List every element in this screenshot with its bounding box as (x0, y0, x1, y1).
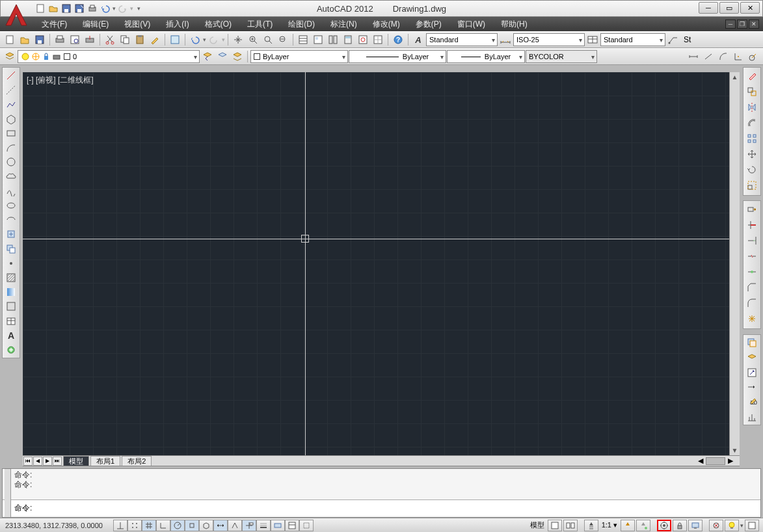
scale-label[interactable]: 1:1 ▾ (600, 521, 619, 529)
annoscale-icon[interactable] (584, 520, 598, 531)
plotstyle-combo[interactable]: BYCOLOR (526, 50, 597, 63)
qat-new-icon[interactable] (34, 3, 46, 14)
cleanscreen-icon[interactable] (745, 520, 759, 531)
mirror-icon[interactable] (745, 100, 759, 114)
drawing-canvas[interactable]: [-] [俯视] [二维线框] ▲ ▼ (23, 72, 740, 455)
ortho-icon[interactable] (156, 520, 170, 531)
stretch-icon[interactable] (745, 202, 759, 217)
maximize-button[interactable]: ▭ (719, 2, 739, 14)
textstyle-icon[interactable]: A (411, 33, 425, 47)
layermgr-icon[interactable] (3, 49, 17, 64)
cut-icon[interactable] (103, 33, 117, 47)
undo-icon[interactable] (188, 33, 202, 47)
lineweight-combo[interactable]: ByLayer (447, 50, 525, 63)
osnap-icon[interactable] (185, 520, 199, 531)
undo-list-icon[interactable]: ▾ (203, 36, 206, 43)
qat-print-icon[interactable] (87, 3, 98, 14)
mdi-close[interactable]: ✕ (749, 20, 759, 29)
annovis-icon[interactable] (621, 520, 635, 531)
bulb-icon[interactable] (725, 520, 739, 531)
dimstyle-combo[interactable]: ISO-25 (513, 33, 585, 46)
region-icon[interactable] (4, 300, 18, 313)
menu-insert[interactable]: 插入(I) (158, 17, 196, 31)
command-window-grip[interactable] (5, 469, 11, 517)
open-icon[interactable] (18, 33, 32, 47)
tablestyle-combo[interactable]: Standard (600, 33, 665, 46)
workspace-switch-icon[interactable] (657, 520, 671, 531)
new-icon[interactable] (3, 33, 17, 47)
menu-draw[interactable]: 绘图(D) (280, 17, 323, 31)
infer-icon[interactable] (113, 520, 127, 531)
addselected-icon[interactable] (4, 343, 18, 356)
print-icon[interactable] (53, 33, 67, 47)
snap-icon[interactable] (127, 520, 142, 531)
circle-icon[interactable] (4, 155, 18, 168)
viewport-label[interactable]: [-] [俯视] [二维线框] (27, 75, 94, 86)
setbylayer-icon[interactable] (745, 351, 759, 365)
vertical-scrollbar[interactable]: ▲ ▼ (729, 72, 740, 455)
layerprev-icon[interactable] (200, 49, 215, 64)
scroll-up-icon[interactable]: ▲ (732, 73, 738, 81)
qat-undo-icon[interactable] (100, 3, 111, 14)
close-button[interactable]: ✕ (740, 2, 760, 14)
command-input[interactable] (34, 503, 756, 512)
annoauto-icon[interactable] (636, 520, 650, 531)
align-icon[interactable] (745, 410, 759, 423)
move-icon[interactable] (745, 147, 759, 161)
qp-icon[interactable] (285, 520, 299, 531)
chamfer-icon[interactable] (745, 280, 759, 295)
matchprop-icon[interactable] (148, 33, 162, 47)
otrack-icon[interactable] (213, 520, 228, 531)
polygon-icon[interactable] (4, 113, 18, 126)
quickview-icon[interactable] (563, 520, 578, 531)
model-space-label[interactable]: 模型 (528, 520, 546, 530)
table-icon[interactable] (4, 314, 18, 327)
markup-icon[interactable] (356, 33, 370, 47)
line-icon[interactable] (4, 69, 18, 82)
menu-edit[interactable]: 编辑(E) (75, 17, 116, 31)
fillet-icon[interactable] (745, 296, 759, 310)
tab-layout2[interactable]: 布局2 (122, 456, 152, 466)
hscroll-thumb[interactable] (706, 457, 725, 465)
extend-icon[interactable] (745, 233, 759, 248)
grid-icon[interactable] (142, 520, 156, 531)
sc-icon[interactable] (299, 520, 314, 531)
mleaderstyle-icon[interactable] (666, 33, 680, 47)
linetype-combo[interactable]: ByLayer (349, 50, 446, 63)
menu-parametric[interactable]: 参数(P) (408, 17, 449, 31)
copy2-icon[interactable] (745, 85, 759, 99)
menu-view[interactable]: 视图(V) (116, 17, 158, 31)
hardware-icon[interactable] (688, 520, 703, 531)
tab-model[interactable]: 模型 (63, 456, 89, 466)
menu-dimension[interactable]: 标注(N) (323, 17, 365, 31)
ellipsearc-icon[interactable] (4, 213, 18, 226)
break-icon[interactable] (745, 249, 759, 263)
coordinates-display[interactable]: 2313.3480, 1312.7398, 0.0000 (0, 522, 108, 529)
dim-radius-icon[interactable] (746, 49, 760, 64)
command-line[interactable]: 命令: (3, 500, 760, 516)
ducs-icon[interactable] (228, 520, 242, 531)
modelspace-icon[interactable] (548, 520, 562, 531)
horizontal-scrollbar[interactable]: ◀ ▶ (698, 457, 740, 465)
lock-ui-icon[interactable] (673, 520, 687, 531)
qat-redo-icon[interactable] (117, 3, 129, 14)
tab-first-icon[interactable]: ⏮ (23, 457, 33, 466)
bulb-dropdown-icon[interactable]: ▾ (740, 522, 743, 529)
menu-format[interactable]: 格式(O) (197, 17, 239, 31)
gradient-icon[interactable] (4, 286, 18, 299)
rotate-icon[interactable] (745, 163, 759, 177)
tab-prev-icon[interactable]: ◀ (33, 457, 42, 466)
zoom-rt-icon[interactable] (246, 33, 260, 47)
qat-open-icon[interactable] (47, 3, 59, 14)
dimstyle-icon[interactable] (498, 33, 513, 47)
dyn-icon[interactable] (242, 520, 256, 531)
scroll-down-icon[interactable]: ▼ (732, 447, 738, 454)
menu-tools[interactable]: 工具(T) (239, 17, 280, 31)
tab-next-icon[interactable]: ▶ (43, 457, 52, 466)
polyline-icon[interactable] (4, 98, 18, 111)
preview-icon[interactable] (68, 33, 82, 47)
trim-icon[interactable] (745, 218, 759, 232)
draworder-icon[interactable] (745, 336, 759, 350)
designcenter-icon[interactable] (371, 33, 385, 47)
scale-icon[interactable] (745, 178, 759, 193)
